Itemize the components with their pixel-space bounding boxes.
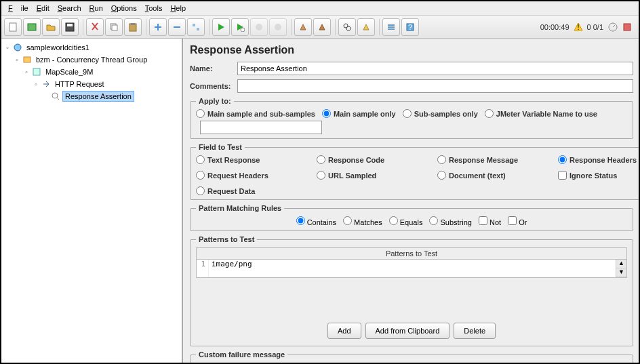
tree-thread-group[interactable]: ◦ bzm - Concurrency Thread Group (3, 54, 180, 66)
field-request-data[interactable]: Request Data (196, 186, 311, 195)
svg-rect-0 (9, 23, 16, 31)
svg-rect-9 (197, 28, 199, 31)
svg-text:!: ! (577, 23, 579, 31)
stop-icon[interactable] (250, 18, 268, 36)
scroll-up-icon: ▲ (616, 260, 626, 268)
function-helper-icon[interactable] (382, 18, 400, 36)
field-document[interactable]: Document (text) (437, 171, 553, 180)
editor-panel: Response Assertion Name: Comments: Apply… (183, 39, 639, 364)
match-matches[interactable]: Matches (343, 216, 382, 226)
clear-icon[interactable] (294, 18, 312, 36)
svg-point-11 (256, 24, 262, 31)
match-substring[interactable]: Substring (429, 216, 472, 226)
tree-controller[interactable]: ◦ MapScale_9M (3, 66, 180, 78)
tree-toggle-icon[interactable]: ◦ (14, 56, 20, 64)
new-icon[interactable] (4, 18, 22, 36)
svg-point-12 (275, 24, 281, 31)
help-icon[interactable]: ? (401, 18, 419, 36)
thread-counts: 0 0/1 (587, 23, 603, 31)
field-response-code[interactable]: Response Code (317, 155, 432, 164)
tree-toggle-icon[interactable]: ◦ (4, 43, 11, 52)
testplan-icon (12, 42, 23, 53)
menu-options[interactable]: Options (107, 3, 141, 14)
field-response-message[interactable]: Response Message (437, 155, 553, 164)
start-no-timers-icon[interactable] (231, 18, 249, 36)
elapsed-time: 00:00:49 (540, 23, 569, 31)
comments-input[interactable] (237, 79, 633, 93)
save-icon[interactable] (61, 18, 79, 36)
log-icon[interactable] (622, 22, 632, 32)
gauge-icon[interactable] (607, 22, 618, 33)
svg-rect-3 (67, 24, 73, 26)
pattern-row-1[interactable]: image/png (209, 260, 616, 277)
reset-search-icon[interactable] (357, 18, 375, 36)
menu-tools[interactable]: Tools (141, 3, 167, 14)
svg-point-14 (346, 26, 351, 31)
tree-http-request[interactable]: ◦ HTTP Request (3, 78, 180, 90)
menu-help[interactable]: Help (166, 3, 190, 14)
match-or[interactable]: Or (508, 216, 527, 226)
open-icon[interactable] (42, 18, 60, 36)
templates-icon[interactable] (23, 18, 41, 36)
controller-icon (31, 66, 42, 77)
comments-label: Comments: (190, 82, 237, 90)
matching-rules-group: Pattern Matching Rules Contains Matches … (190, 204, 633, 231)
toggle-icon[interactable] (187, 18, 205, 36)
patterns-table[interactable]: 1 image/png ▲▼ (196, 259, 627, 278)
field-request-headers[interactable]: Request Headers (196, 171, 311, 180)
tree-root[interactable]: ◦ sampleworldcities1 (3, 41, 180, 54)
match-not[interactable]: Not (479, 216, 501, 226)
expand-icon[interactable] (149, 18, 167, 36)
patterns-header: Patterns to Test (196, 247, 627, 259)
copy-icon[interactable] (105, 18, 123, 36)
variable-name-input[interactable] (200, 121, 322, 134)
clear-all-icon[interactable] (313, 18, 331, 36)
menu-search[interactable]: Search (54, 3, 85, 14)
search-icon[interactable] (338, 18, 356, 36)
add-button[interactable]: Add (327, 323, 361, 339)
tree-toggle-icon[interactable]: ◦ (23, 68, 30, 76)
cut-icon[interactable] (86, 18, 104, 36)
apply-main[interactable]: Main sample only (322, 109, 396, 118)
test-plan-tree[interactable]: ◦ sampleworldcities1 ◦ bzm - Concurrency… (1, 39, 183, 364)
svg-point-26 (52, 93, 58, 98)
warning-icon: ! (574, 22, 583, 32)
custom-failure-group: Custom failure message 1 ▲▼ (190, 350, 633, 364)
menu-run[interactable]: Run (85, 3, 107, 14)
collapse-icon[interactable] (168, 18, 186, 36)
field-response-headers[interactable]: Response Headers (558, 155, 639, 164)
svg-text:?: ? (408, 23, 412, 31)
field-to-test-group: Field to Test Text Response Response Cod… (190, 143, 639, 200)
apply-var[interactable]: JMeter Variable Name to use (485, 109, 597, 118)
shutdown-icon[interactable] (269, 18, 287, 36)
svg-rect-25 (33, 68, 40, 75)
match-contains[interactable]: Contains (296, 216, 336, 226)
tree-toggle-icon[interactable]: ◦ (33, 80, 39, 88)
menu-file[interactable]: File (4, 3, 33, 14)
match-equals[interactable]: Equals (389, 216, 423, 226)
svg-rect-22 (624, 24, 631, 31)
toolbar: ? 00:00:49 ! 0 0/1 (1, 16, 639, 39)
ignore-status[interactable]: Ignore Status (558, 171, 639, 180)
tree-response-assertion[interactable]: ◦ Response Assertion (3, 90, 180, 102)
assertion-icon (50, 91, 61, 102)
svg-rect-24 (24, 57, 31, 62)
name-input[interactable] (237, 62, 633, 75)
field-text-response[interactable]: Text Response (196, 155, 311, 164)
svg-rect-16 (388, 26, 395, 28)
menu-edit[interactable]: Edit (33, 3, 54, 14)
apply-sub[interactable]: Sub-samples only (403, 109, 478, 118)
start-icon[interactable] (212, 18, 230, 36)
panel-title: Response Assertion (190, 44, 633, 56)
svg-rect-5 (112, 25, 117, 31)
name-label: Name: (190, 64, 237, 73)
field-url-sampled[interactable]: URL Sampled (317, 171, 432, 180)
toolbar-status: 00:00:49 ! 0 0/1 (540, 22, 636, 33)
apply-main-sub[interactable]: Main sample and sub-samples (196, 109, 315, 118)
paste-icon[interactable] (124, 18, 142, 36)
patterns-scroll[interactable]: ▲▼ (616, 260, 626, 277)
delete-button[interactable]: Delete (454, 323, 496, 339)
add-from-clipboard-button[interactable]: Add from Clipboard (365, 323, 450, 339)
menu-bar: File Edit Search Run Options Tools Help (1, 1, 639, 16)
apply-to-group: Apply to: Main sample and sub-samples Ma… (190, 97, 633, 139)
